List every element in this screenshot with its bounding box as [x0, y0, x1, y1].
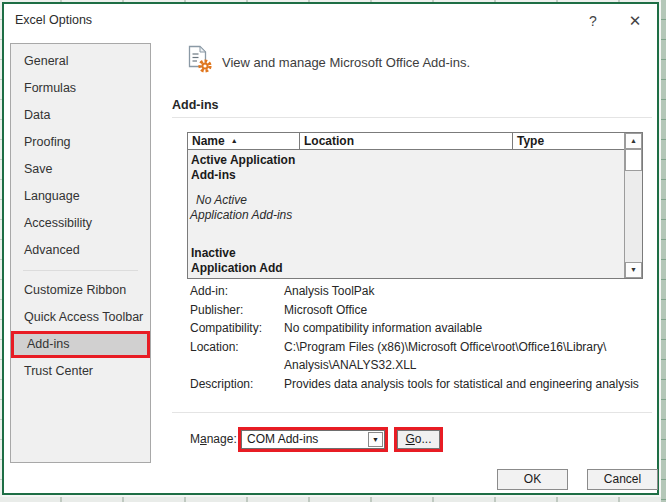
sidebar-item-formulas[interactable]: Formulas — [11, 75, 150, 102]
chevron-down-icon[interactable]: ▼ — [368, 432, 383, 447]
group-active-line2: Add-ins — [191, 168, 624, 183]
column-header-name-label: Name — [192, 134, 225, 148]
detail-label-publisher: Publisher: — [190, 301, 284, 320]
sidebar-item-trust-center[interactable]: Trust Center — [11, 358, 150, 385]
addin-details: Add-in: Analysis ToolPak Publisher: Micr… — [190, 282, 639, 393]
manage-label: Manage: — [190, 427, 237, 452]
sidebar-item-general[interactable]: General — [11, 48, 150, 75]
ok-button[interactable]: OK — [497, 469, 568, 490]
sidebar-item-proofing[interactable]: Proofing — [11, 129, 150, 156]
addins-list[interactable]: Name▲ Location Type Active Application A… — [187, 132, 643, 279]
column-header-name[interactable]: Name▲ — [188, 133, 300, 149]
sidebar-item-add-ins[interactable]: Add-ins — [11, 331, 150, 358]
detail-label-description: Description: — [190, 375, 284, 394]
detail-value-addin: Analysis ToolPak — [284, 282, 375, 301]
detail-label-addin: Add-in: — [190, 282, 284, 301]
annotation-red-box-manage-dropdown: COM Add-ins ▼ — [238, 427, 388, 452]
no-active-addins-row: No Active Application Add-ins — [188, 193, 624, 223]
manage-label-accelerator: a — [200, 432, 207, 446]
column-header-location[interactable]: Location — [300, 133, 513, 149]
close-icon[interactable]: ✕ — [622, 10, 648, 32]
section-title-add-ins: Add-ins — [172, 98, 219, 112]
annotation-red-box-go: Go... — [394, 427, 443, 452]
location-path-line1: C:\Program Files (x86)\Microsoft Office\… — [284, 338, 606, 357]
manage-separator — [172, 412, 652, 413]
manage-label-suffix: nage: — [207, 432, 237, 446]
vertical-scrollbar[interactable]: ▲ ▼ — [624, 133, 642, 278]
go-button[interactable]: Go... — [397, 430, 440, 449]
detail-value-description: Provides data analysis tools for statist… — [284, 375, 639, 394]
sidebar-separator — [23, 270, 138, 271]
detail-label-compatibility: Compatibility: — [190, 319, 284, 338]
column-header-location-label: Location — [304, 134, 354, 148]
sort-ascending-icon: ▲ — [231, 137, 238, 144]
addins-list-header: Name▲ Location Type — [188, 133, 624, 150]
detail-row-addin: Add-in: Analysis ToolPak — [190, 282, 639, 301]
addins-document-gear-icon — [185, 45, 215, 75]
dialog-title: Excel Options — [15, 13, 92, 27]
group-active-application-addins: Active Application Add-ins — [191, 153, 624, 183]
detail-value-publisher: Microsoft Office — [284, 301, 367, 320]
excel-grid-right — [661, 0, 666, 502]
group-active-line1: Active Application — [191, 153, 624, 168]
help-icon[interactable]: ? — [580, 10, 606, 32]
sidebar-item-quick-access-toolbar[interactable]: Quick Access Toolbar — [11, 304, 150, 331]
excel-options-dialog: Excel Options ? ✕ General Formulas Data … — [2, 2, 659, 495]
manage-dropdown-value: COM Add-ins — [242, 431, 368, 448]
detail-label-location: Location: — [190, 338, 284, 375]
detail-value-location: C:\Program Files (x86)\Microsoft Office\… — [284, 338, 606, 375]
page-description: View and manage Microsoft Office Add-ins… — [222, 53, 470, 73]
detail-row-location: Location: C:\Program Files (x86)\Microso… — [190, 338, 639, 375]
sidebar-item-customize-ribbon[interactable]: Customize Ribbon — [11, 277, 150, 304]
sidebar-item-data[interactable]: Data — [11, 102, 150, 129]
location-path-line2: Analysis\ANALYS32.XLL — [284, 356, 606, 375]
scrollbar-track[interactable] — [625, 171, 642, 262]
detail-row-publisher: Publisher: Microsoft Office — [190, 301, 639, 320]
options-sidebar: General Formulas Data Proofing Save Lang… — [10, 43, 151, 463]
manage-label-prefix: M — [190, 432, 200, 446]
cancel-button[interactable]: Cancel — [587, 469, 658, 490]
scrollbar-thumb[interactable] — [625, 149, 642, 171]
sidebar-item-save[interactable]: Save — [11, 156, 150, 183]
sidebar-item-accessibility[interactable]: Accessibility — [11, 210, 150, 237]
scroll-up-icon[interactable]: ▲ — [625, 133, 642, 149]
detail-row-compatibility: Compatibility: No compatibility informat… — [190, 319, 639, 338]
manage-dropdown[interactable]: COM Add-ins ▼ — [241, 430, 385, 449]
column-header-type-label: Type — [517, 134, 544, 148]
no-active-line2: Application Add-ins — [190, 208, 624, 223]
group-inactive-application-addins: Inactive Application Add — [191, 246, 624, 276]
scroll-down-icon[interactable]: ▼ — [625, 262, 642, 278]
excel-grid-bottom — [0, 497, 666, 502]
detail-value-compatibility: No compatibility information available — [284, 319, 482, 338]
no-active-line1: No Active — [196, 193, 624, 208]
detail-row-description: Description: Provides data analysis tool… — [190, 375, 639, 394]
go-button-suffix: o... — [415, 432, 432, 446]
column-header-type[interactable]: Type — [513, 133, 624, 149]
group-inactive-line2: Application Add — [191, 261, 624, 276]
group-inactive-line1: Inactive — [191, 246, 624, 261]
go-button-accelerator: G — [405, 432, 414, 446]
sidebar-item-language[interactable]: Language — [11, 183, 150, 210]
addins-list-columns: Name▲ Location Type Active Application A… — [188, 133, 624, 278]
addins-list-body[interactable]: Active Application Add-ins No Active App… — [188, 150, 624, 278]
section-separator — [172, 117, 652, 118]
sidebar-item-advanced[interactable]: Advanced — [11, 237, 150, 264]
